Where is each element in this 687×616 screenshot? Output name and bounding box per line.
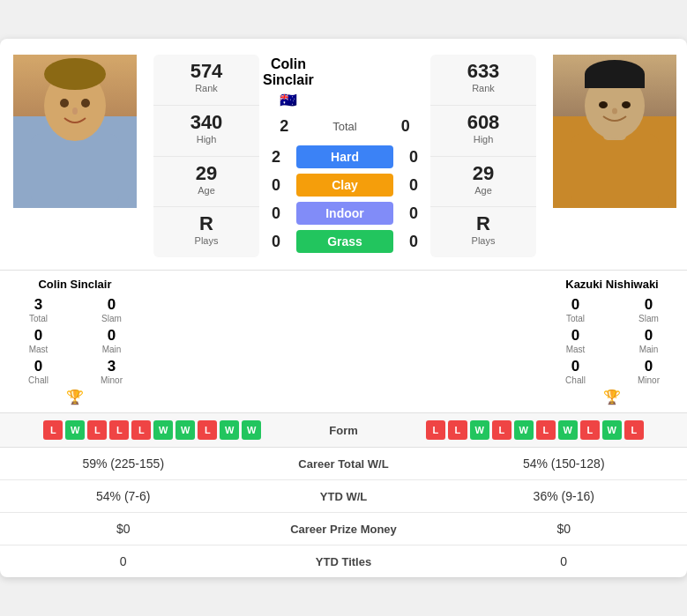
svg-rect-0 xyxy=(31,134,119,204)
form-badge-right: L xyxy=(580,420,600,440)
stats-row-1: 54% (7-6) YTD W/L 36% (9-16) xyxy=(0,480,687,513)
form-badge-right: L xyxy=(448,420,467,440)
stats-row-0: 59% (225-155) Career Total W/L 54% (150-… xyxy=(0,448,687,480)
form-badge-left: L xyxy=(131,420,151,440)
left-trophy-row: 🏆 xyxy=(5,389,145,405)
right-chall-block: 0 Chall xyxy=(542,358,609,385)
svg-rect-7 xyxy=(571,134,659,204)
right-high-label: High xyxy=(474,134,494,145)
stats-right-0: 54% (150-128) xyxy=(441,456,688,471)
left-minor-label: Minor xyxy=(78,375,145,385)
form-badge-left: W xyxy=(65,420,85,440)
bottom-center-spacer xyxy=(150,271,537,412)
form-badge-left: W xyxy=(242,420,261,440)
left-bottom-stats: Colin Sinclair 3 Total 0 Slam 0 Mast 0 M… xyxy=(0,271,150,412)
left-age-label: Age xyxy=(198,185,215,196)
left-rank-value: 574 xyxy=(190,60,223,83)
right-age-block: 29 Age xyxy=(430,157,536,208)
right-main-block: 0 Main xyxy=(616,327,682,354)
clay-left: 0 xyxy=(263,176,289,195)
left-photo-col xyxy=(0,48,150,264)
left-chall-block: 0 Chall xyxy=(5,358,71,385)
left-rank-label: Rank xyxy=(195,83,218,93)
left-minor-val: 3 xyxy=(78,358,145,375)
stats-row-2: $0 Career Prize Money $0 xyxy=(0,513,687,545)
right-age-value: 29 xyxy=(473,162,494,185)
left-form-badges: LWLLLWWLWW xyxy=(14,420,291,440)
left-slam-val: 0 xyxy=(78,296,145,314)
stats-right-2: $0 xyxy=(441,522,688,536)
right-mast-val: 0 xyxy=(542,327,609,345)
stats-center-2: Career Prize Money xyxy=(247,523,441,536)
left-mast-val: 0 xyxy=(5,327,71,345)
hard-left: 2 xyxy=(263,148,289,167)
grass-button[interactable]: Grass xyxy=(296,230,393,253)
main-card: 574 Rank 340 High 29 Age R Plays Colin S… xyxy=(0,39,687,577)
total-score-row: 2 Total 0 xyxy=(271,117,418,136)
right-trophy-row: 🏆 xyxy=(542,389,682,405)
form-section: LWLLLWWLWW Form LLWLWLWLWL xyxy=(0,412,687,448)
total-label: Total xyxy=(332,120,356,133)
left-plays-value: R xyxy=(199,212,213,235)
right-rank-label: Rank xyxy=(472,83,495,93)
form-badge-left: L xyxy=(109,420,129,440)
left-high-value: 340 xyxy=(190,111,223,134)
right-slam-val: 0 xyxy=(616,296,682,314)
clay-button[interactable]: Clay xyxy=(296,174,393,197)
left-bottom-name: Colin Sinclair xyxy=(5,278,145,291)
left-mast-block: 0 Mast xyxy=(5,327,71,354)
right-main-label: Main xyxy=(616,345,682,354)
player-bottom-row: Colin Sinclair 3 Total 0 Slam 0 Mast 0 M… xyxy=(0,270,687,412)
form-badge-left: L xyxy=(87,420,107,440)
right-mast-block: 0 Mast xyxy=(542,327,609,354)
right-total-val: 0 xyxy=(542,296,609,314)
right-bottom-name: Kazuki Nishiwaki xyxy=(542,278,682,291)
left-minor-block: 3 Minor xyxy=(78,358,145,385)
right-chall-val: 0 xyxy=(542,358,609,375)
svg-point-6 xyxy=(72,108,78,115)
total-score-left: 2 xyxy=(271,117,297,136)
hard-button[interactable]: Hard xyxy=(296,145,393,168)
stats-left-0: 59% (225-155) xyxy=(0,456,247,471)
left-high-block: 340 High xyxy=(153,106,259,157)
left-flag: 🇦🇺 xyxy=(280,93,297,108)
right-plays-value: R xyxy=(476,212,490,235)
indoor-button[interactable]: Indoor xyxy=(296,202,393,225)
right-main-val: 0 xyxy=(616,327,682,345)
form-badge-left: L xyxy=(198,420,217,440)
right-total-block: 0 Total xyxy=(542,296,609,323)
grass-row: 0 Grass 0 xyxy=(263,230,427,253)
indoor-left: 0 xyxy=(263,204,289,223)
left-main-block: 0 Main xyxy=(78,327,145,354)
right-minor-val: 0 xyxy=(616,358,682,375)
right-plays-block: R Plays xyxy=(430,207,536,257)
right-player-photo xyxy=(553,55,676,208)
left-rank-block: 574 Rank xyxy=(153,55,259,106)
stats-left-1: 54% (7-6) xyxy=(0,489,247,503)
right-slam-block: 0 Slam xyxy=(616,296,682,323)
left-trophy-icon: 🏆 xyxy=(66,389,84,405)
stats-center-3: YTD Titles xyxy=(247,555,441,568)
form-label: Form xyxy=(291,424,397,437)
form-badge-right: L xyxy=(492,420,512,440)
clay-row: 0 Clay 0 xyxy=(263,174,427,197)
form-badge-right: W xyxy=(558,420,578,440)
svg-rect-11 xyxy=(585,74,645,88)
hard-row: 2 Hard 0 xyxy=(263,145,427,168)
left-stats-col: 574 Rank 340 High 29 Age R Plays xyxy=(153,55,259,257)
left-total-val: 3 xyxy=(5,296,71,314)
left-age-value: 29 xyxy=(196,162,217,185)
left-chall-val: 0 xyxy=(5,358,71,375)
grass-left: 0 xyxy=(263,233,289,251)
right-chall-label: Chall xyxy=(542,375,609,385)
indoor-right: 0 xyxy=(400,204,427,223)
center-scores-col: Colin Sinclair 🇦🇺 KazukiNishiwaki 🇯🇵 2 T… xyxy=(263,48,427,264)
svg-point-14 xyxy=(612,108,617,115)
form-badge-right: L xyxy=(536,420,556,440)
right-slam-label: Slam xyxy=(616,314,682,323)
left-total-label: Total xyxy=(5,314,71,323)
right-photo-col xyxy=(540,48,687,264)
form-badge-left: W xyxy=(153,420,173,440)
left-main-label: Main xyxy=(78,345,145,354)
left-high-label: High xyxy=(197,134,217,145)
